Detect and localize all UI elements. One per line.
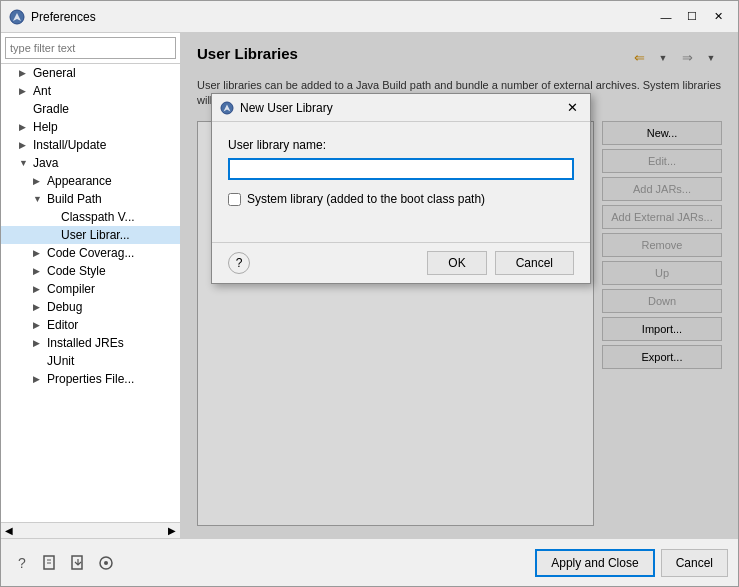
sidebar-item-compiler[interactable]: ▶ Compiler: [1, 280, 180, 298]
dialog-icon: [220, 101, 234, 115]
apply-close-button[interactable]: Apply and Close: [535, 549, 654, 577]
chevron-icon: [47, 212, 61, 222]
chevron-icon: ▶: [19, 68, 33, 78]
search-input[interactable]: [5, 37, 176, 59]
scroll-left-icon[interactable]: ◀: [5, 525, 13, 536]
dialog-body: User library name: System library (added…: [212, 122, 590, 242]
search-box: [1, 33, 180, 64]
chevron-icon: [47, 230, 61, 240]
dialog-close-button[interactable]: ✕: [562, 98, 582, 118]
ok-button[interactable]: OK: [427, 251, 486, 275]
title-bar: Preferences — ☐ ✕: [1, 1, 738, 33]
chevron-icon: ▶: [33, 302, 47, 312]
new-user-library-dialog: New User Library ✕ User library name: Sy…: [211, 93, 591, 284]
sidebar-item-gradle[interactable]: Gradle: [1, 100, 180, 118]
sidebar-item-help[interactable]: ▶ Help: [1, 118, 180, 136]
bottom-left: ?: [11, 552, 117, 574]
dialog-titlebar: New User Library ✕: [212, 94, 590, 122]
chevron-icon: ▶: [33, 338, 47, 348]
maximize-button[interactable]: ☐: [680, 6, 704, 28]
close-button[interactable]: ✕: [706, 6, 730, 28]
chevron-icon: ▼: [33, 194, 47, 204]
minimize-button[interactable]: —: [654, 6, 678, 28]
sidebar-scroll-arrows: ◀ ▶: [1, 522, 180, 538]
sidebar-item-appearance[interactable]: ▶ Appearance: [1, 172, 180, 190]
sidebar-item-debug[interactable]: ▶ Debug: [1, 298, 180, 316]
export-icon[interactable]: [67, 552, 89, 574]
chevron-icon: ▶: [33, 284, 47, 294]
dialog-overlay: New User Library ✕ User library name: Sy…: [181, 33, 738, 538]
chevron-icon: [19, 104, 33, 114]
restore-icon[interactable]: [95, 552, 117, 574]
sidebar: ▶ General ▶ Ant Gradle ▶: [1, 33, 181, 538]
document-icon[interactable]: [39, 552, 61, 574]
library-name-input[interactable]: [228, 158, 574, 180]
sidebar-item-code-coverage[interactable]: ▶ Code Coverag...: [1, 244, 180, 262]
chevron-icon: ▶: [19, 86, 33, 96]
sidebar-item-ant[interactable]: ▶ Ant: [1, 82, 180, 100]
sidebar-item-classpath-variables[interactable]: Classpath V...: [1, 208, 180, 226]
sidebar-scroll: ▶ General ▶ Ant Gradle ▶: [1, 64, 180, 522]
chevron-icon: ▶: [19, 122, 33, 132]
sidebar-item-junit[interactable]: JUnit: [1, 352, 180, 370]
bottom-bar: ? Apply and: [1, 538, 738, 586]
chevron-icon: ▶: [33, 176, 47, 186]
right-panel: User Libraries ⇐ ▼ ⇒ ▼ User libraries ca…: [181, 33, 738, 538]
tree-wrapper: ▶ General ▶ Ant Gradle ▶: [1, 64, 180, 522]
system-library-checkbox[interactable]: [228, 193, 241, 206]
chevron-icon: ▶: [33, 266, 47, 276]
app-icon: [9, 9, 25, 25]
title-bar-controls: — ☐ ✕: [654, 6, 730, 28]
dialog-footer: ? OK Cancel: [212, 242, 590, 283]
scroll-right-icon[interactable]: ▶: [168, 525, 176, 536]
help-button[interactable]: ?: [228, 252, 250, 274]
sidebar-item-code-style[interactable]: ▶ Code Style: [1, 262, 180, 280]
sidebar-item-build-path[interactable]: ▼ Build Path: [1, 190, 180, 208]
window-title: Preferences: [31, 10, 654, 24]
sidebar-item-properties-file[interactable]: ▶ Properties File...: [1, 370, 180, 388]
sidebar-item-java[interactable]: ▼ Java: [1, 154, 180, 172]
cancel-button[interactable]: Cancel: [495, 251, 574, 275]
svg-point-7: [104, 561, 108, 565]
system-library-label: System library (added to the boot class …: [247, 192, 485, 206]
chevron-icon: ▶: [33, 320, 47, 330]
dialog-title: New User Library: [240, 101, 562, 115]
preferences-window: Preferences — ☐ ✕ ▶ General: [0, 0, 739, 587]
chevron-icon: ▶: [33, 374, 47, 384]
help-icon[interactable]: ?: [11, 552, 33, 574]
sidebar-item-user-libraries[interactable]: User Librar...: [1, 226, 180, 244]
chevron-icon: ▶: [19, 140, 33, 150]
sidebar-item-editor[interactable]: ▶ Editor: [1, 316, 180, 334]
sidebar-item-installed-jres[interactable]: ▶ Installed JREs: [1, 334, 180, 352]
chevron-icon: [33, 356, 47, 366]
chevron-icon: ▼: [19, 158, 33, 168]
main-content: ▶ General ▶ Ant Gradle ▶: [1, 33, 738, 538]
dialog-label: User library name:: [228, 138, 574, 152]
cancel-button[interactable]: Cancel: [661, 549, 728, 577]
sidebar-item-install-update[interactable]: ▶ Install/Update: [1, 136, 180, 154]
chevron-icon: ▶: [33, 248, 47, 258]
bottom-right: Apply and Close Cancel: [535, 549, 728, 577]
system-library-row: System library (added to the boot class …: [228, 192, 574, 206]
sidebar-item-general[interactable]: ▶ General: [1, 64, 180, 82]
